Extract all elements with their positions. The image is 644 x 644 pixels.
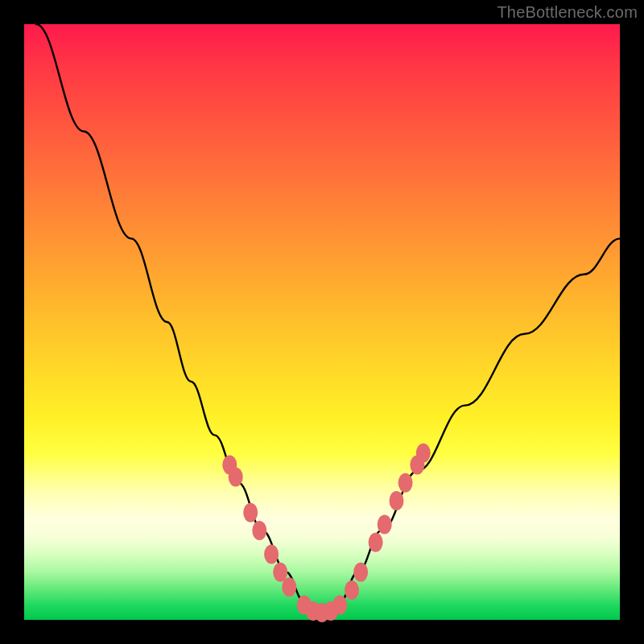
- marker-point: [369, 533, 383, 552]
- bottleneck-curve: [36, 24, 620, 620]
- marker-point: [416, 444, 431, 463]
- marker-point: [264, 545, 279, 564]
- marker-point: [390, 491, 404, 510]
- marker-point: [332, 596, 347, 615]
- chart-svg: [24, 24, 620, 620]
- marker-point: [282, 577, 296, 597]
- marker-point: [243, 503, 258, 522]
- marker-point: [252, 521, 266, 540]
- highlighted-points: [222, 444, 431, 622]
- marker-point: [398, 473, 413, 493]
- marker-point: [229, 467, 243, 486]
- marker-point: [353, 563, 368, 582]
- marker-point: [378, 515, 392, 535]
- marker-point: [345, 580, 359, 600]
- plot-area: [24, 24, 620, 620]
- chart-frame: TheBottleneck.com: [0, 0, 644, 644]
- attribution-text: TheBottleneck.com: [497, 3, 638, 22]
